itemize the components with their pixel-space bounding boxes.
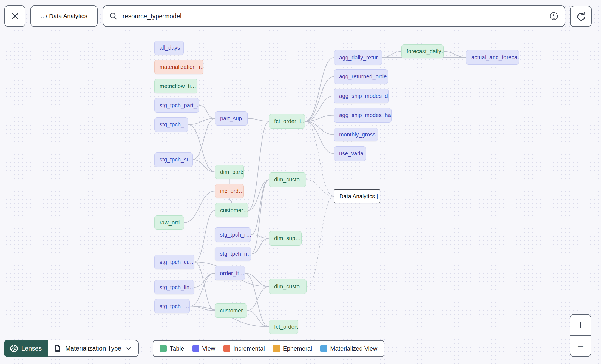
graph-node-data_analytics[interactable]: Data Analytics | … <box>334 189 380 203</box>
lens-selected-label: Materialization Type <box>65 345 121 352</box>
legend-label: Ephemeral <box>283 345 312 352</box>
legend-label: Table <box>170 345 184 352</box>
document-icon <box>54 345 61 352</box>
search-icon <box>109 12 118 20</box>
graph-node-dim_parts[interactable]: dim_parts <box>215 165 244 179</box>
zoom-in-button[interactable]: + <box>570 315 591 336</box>
graph-node-stg_tpch_b[interactable]: stg_tpch_… <box>154 117 188 132</box>
graph-canvas[interactable]: all_daysmaterialization_i…metricflow_ti…… <box>0 0 601 364</box>
legend-swatch <box>223 345 230 352</box>
aperture-icon <box>10 344 18 352</box>
legend-swatch <box>160 345 167 352</box>
graph-node-raw_ord[interactable]: raw_ord… <box>154 215 184 230</box>
graph-node-metricflow_ti[interactable]: metricflow_ti… <box>154 79 197 93</box>
materialization-legend: TableViewIncrementalEphemeralMaterialize… <box>153 340 384 357</box>
graph-node-agg_ship_modes_d[interactable]: agg_ship_modes_d… <box>334 89 389 103</box>
legend-item: View <box>192 345 215 352</box>
lenses-button-label: Lenses <box>21 345 42 352</box>
graph-node-stg_tpch_cu[interactable]: stg_tpch_cu… <box>154 255 194 269</box>
graph-node-dim_custo_lower[interactable]: dim_custo… <box>269 279 307 294</box>
graph-node-actual_and_foreca[interactable]: actual_and_foreca… <box>466 50 519 65</box>
graph-node-customer_a[interactable]: customer… <box>215 203 248 217</box>
graph-node-customer_b[interactable]: customer… <box>215 303 247 318</box>
graph-node-stg_tpch_n[interactable]: stg_tpch_n… <box>215 247 251 261</box>
graph-node-stg_tpch_c[interactable]: stg_tpch_… <box>154 299 190 313</box>
zoom-control: + − <box>570 314 591 357</box>
breadcrumb-label: .. / Data Analytics <box>41 13 87 20</box>
legend-item: Table <box>160 345 184 352</box>
search-input[interactable] <box>122 12 545 20</box>
search-bar[interactable] <box>103 5 565 27</box>
legend-item: Ephemeral <box>273 345 312 352</box>
graph-node-materialization_i[interactable]: materialization_i… <box>154 60 203 74</box>
graph-node-agg_ship_modes_ha[interactable]: agg_ship_modes_ha… <box>334 108 392 123</box>
close-button[interactable] <box>4 5 25 27</box>
graph-node-dim_custo_upper[interactable]: dim_custo… <box>269 172 306 187</box>
zoom-out-button[interactable]: − <box>570 336 591 356</box>
breadcrumb[interactable]: .. / Data Analytics <box>30 5 98 27</box>
legend-label: Incremental <box>233 345 265 352</box>
graph-node-inc_ord[interactable]: inc_ord… <box>215 184 244 198</box>
graph-node-agg_daily_retur[interactable]: agg_daily_retur… <box>334 50 382 65</box>
lenses-bar: Lenses Materialization Type <box>4 340 139 357</box>
refresh-button[interactable] <box>570 6 592 27</box>
graph-node-fct_orders[interactable]: fct_orders <box>269 320 298 334</box>
legend-item: Incremental <box>223 345 265 352</box>
lens-select-dropdown[interactable]: Materialization Type <box>48 340 139 357</box>
chevron-down-icon <box>125 345 132 352</box>
lenses-button[interactable]: Lenses <box>4 340 48 357</box>
refresh-icon <box>576 11 586 22</box>
graph-node-use_varia[interactable]: use_varia… <box>334 146 366 161</box>
graph-node-agg_returned_orde[interactable]: agg_returned_orde… <box>334 69 388 84</box>
info-icon[interactable] <box>549 12 559 21</box>
graph-node-fct_order_items[interactable]: fct_order_i… <box>269 114 305 129</box>
legend-label: View <box>202 345 215 352</box>
legend-label: Materialized View <box>330 345 377 352</box>
graph-node-stg_tpch_part[interactable]: stg_tpch_part_… <box>154 98 199 113</box>
graph-node-stg_tpch_r[interactable]: stg_tpch_r… <box>215 228 251 242</box>
graph-node-stg_tpch_su[interactable]: stg_tpch_su… <box>154 152 193 167</box>
graph-node-order_it[interactable]: order_it… <box>215 266 245 280</box>
legend-swatch <box>320 345 327 352</box>
graph-node-dim_sup[interactable]: dim_sup… <box>269 231 302 246</box>
graph-node-part_sup[interactable]: part_sup… <box>215 111 248 126</box>
graph-node-monthly_gross[interactable]: monthly_gross… <box>334 128 378 141</box>
close-icon <box>10 12 20 21</box>
graph-node-stg_tpch_lin[interactable]: stg_tpch_lin… <box>154 280 194 294</box>
legend-swatch <box>192 345 199 352</box>
graph-node-all_days[interactable]: all_days <box>154 41 184 55</box>
graph-node-forecast_daily[interactable]: forecast_daily… <box>401 44 444 58</box>
legend-item: Materialized View <box>320 345 377 352</box>
legend-swatch <box>273 345 280 352</box>
